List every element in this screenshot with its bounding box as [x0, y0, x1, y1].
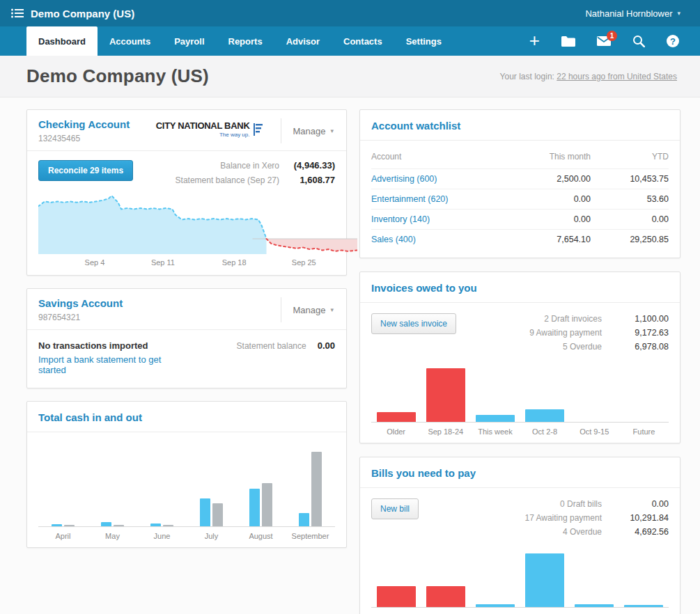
invoices-chart: OlderSep 18-24This weekOct 2-8Oct 9-15Fu… — [371, 367, 669, 436]
bills-chart: OlderSep 18-24This weekOct 2-8Oct 9-15Fu… — [371, 552, 669, 614]
bar-this week — [476, 415, 515, 422]
plus-icon: + — [529, 31, 540, 49]
stat-label[interactable]: 9 Awaiting payment — [529, 327, 602, 339]
watchlist-account-link[interactable]: Entertainment (620) — [371, 194, 513, 204]
stat-label[interactable]: 4 Overdue — [563, 526, 602, 538]
search-button[interactable] — [632, 35, 645, 47]
bar-in-june — [150, 524, 161, 526]
chevron-down-icon: ▾ — [330, 306, 334, 313]
bar-older — [377, 412, 416, 422]
notifications-button[interactable]: 1 — [597, 36, 611, 46]
bar-older — [377, 586, 416, 607]
checking-manage-button[interactable]: Manage ▾ — [281, 118, 335, 143]
column-header-this-month: This month — [513, 152, 591, 162]
watchlist-ytd-value: 10,453.75 — [591, 174, 669, 184]
stat-label[interactable]: 0 Draft bills — [560, 498, 602, 510]
watchlist-row: Advertising (600)2,500.0010,453.75 — [371, 168, 669, 189]
notification-badge: 1 — [607, 31, 617, 41]
checking-balances: Balance in Xero (4,946.33) Statement bal… — [176, 160, 335, 186]
bar-in-august — [249, 489, 260, 526]
checking-account-number: 132435465 — [38, 134, 130, 143]
bar-group — [38, 450, 88, 526]
stat-value: 6,978.08 — [612, 341, 669, 353]
axis-label: September — [286, 527, 335, 540]
new-bill-button[interactable]: New bill — [371, 498, 419, 519]
tab-dashboard[interactable]: Dashboard — [26, 26, 98, 56]
tab-contacts[interactable]: Contacts — [332, 26, 394, 56]
savings-account-link[interactable]: Savings Account — [38, 297, 123, 309]
savings-manage-button[interactable]: Manage ▾ — [281, 297, 335, 322]
watchlist-header: Account This month YTD — [371, 143, 669, 168]
tab-accounts[interactable]: Accounts — [98, 26, 162, 56]
stat-row: 2 Draft invoices1,100.00 — [529, 313, 669, 325]
bar-out-august — [262, 483, 272, 526]
stat-label[interactable]: 17 Awaiting payment — [524, 512, 602, 524]
reconcile-button[interactable]: Reconcile 29 items — [38, 160, 133, 181]
files-button[interactable] — [561, 36, 575, 47]
savings-statement-value: 0.00 — [318, 340, 335, 351]
axis-label: Future — [619, 608, 669, 614]
axis-label: Oct 2-8 — [520, 608, 570, 614]
stat-label[interactable]: 2 Draft invoices — [544, 313, 602, 325]
menu-icon[interactable] — [11, 8, 24, 18]
watchlist-account-link[interactable]: Inventory (140) — [371, 214, 513, 224]
watchlist-this-month-value: 0.00 — [513, 214, 591, 224]
user-name: Nathanial Hornblower — [585, 8, 672, 19]
column-header-ytd: YTD — [591, 152, 669, 162]
bar-out-september — [311, 452, 322, 526]
help-icon: ? — [667, 35, 679, 47]
bar-future — [624, 605, 663, 607]
bar-group — [187, 450, 236, 526]
import-statement-link[interactable]: Import a bank statement to get started — [38, 354, 174, 375]
top-bar: Demo Company (US) Nathanial Hornblower ▾ — [0, 0, 700, 26]
balance-in-xero-value: (4,946.33) — [279, 160, 335, 171]
axis-label: Sep 18-24 — [421, 423, 470, 436]
stat-row: 9 Awaiting payment9,172.63 — [529, 327, 669, 339]
stat-value: 10,291.84 — [612, 512, 669, 524]
chevron-down-icon: ▾ — [330, 127, 334, 134]
bar-group — [520, 367, 570, 422]
checking-chart-axis: Sep 4Sep 11Sep 18Sep 25 — [38, 255, 335, 271]
bar-in-september — [299, 513, 309, 526]
watchlist-row: Entertainment (620)0.0053.60 — [371, 189, 669, 209]
folder-icon — [561, 36, 575, 47]
watchlist-account-link[interactable]: Sales (400) — [371, 235, 513, 244]
bar-group — [470, 552, 520, 607]
axis-label: July — [187, 527, 236, 540]
bills-stats: 0 Draft bills0.0017 Awaiting payment10,2… — [524, 498, 669, 538]
new-sales-invoice-button[interactable]: New sales invoice — [371, 313, 456, 334]
last-login-label: Your last login: — [500, 72, 554, 81]
invoices-stats: 2 Draft invoices1,100.009 Awaiting payme… — [529, 313, 669, 353]
balance-in-xero-label: Balance in Xero — [176, 160, 279, 171]
bar-group — [88, 450, 137, 526]
tab-advisor[interactable]: Advisor — [274, 26, 332, 56]
watchlist-account-link[interactable]: Advertising (600) — [371, 174, 513, 184]
statement-balance-label: Statement balance (Sep 27) — [176, 175, 279, 186]
company-name[interactable]: Demo Company (US) — [31, 8, 134, 19]
tab-payroll[interactable]: Payroll — [162, 26, 216, 56]
watchlist-title: Account watchlist — [371, 120, 460, 132]
tab-settings[interactable]: Settings — [394, 26, 453, 56]
total-cash-card: Total cash in and out AprilMayJuneJulyAu… — [26, 401, 347, 548]
watchlist-ytd-value: 29,250.85 — [591, 235, 669, 244]
stat-label[interactable]: 5 Overdue — [563, 341, 602, 353]
user-menu[interactable]: Nathanial Hornblower ▾ — [585, 8, 680, 19]
bar-group — [421, 552, 470, 607]
checking-account-link[interactable]: Checking Account — [38, 118, 130, 130]
tab-reports[interactable]: Reports — [217, 26, 274, 56]
add-new-button[interactable]: + — [529, 33, 540, 49]
search-icon — [632, 35, 645, 47]
savings-account-number: 987654321 — [38, 313, 123, 322]
help-button[interactable]: ? — [667, 35, 679, 47]
stat-value: 1,100.00 — [612, 313, 669, 325]
stat-row: 5 Overdue6,978.08 — [529, 341, 669, 353]
last-login-link[interactable]: 22 hours ago from United States — [557, 72, 677, 81]
watchlist-row: Sales (400)7,654.1029,250.85 — [371, 229, 669, 249]
bar-group — [236, 450, 286, 526]
bank-logo: CITY NATIONAL BANK The way up. — [156, 120, 263, 138]
main-nav: DashboardAccountsPayrollReportsAdvisorCo… — [0, 26, 700, 56]
bar-group — [371, 367, 421, 422]
checking-account-card: Checking Account 132435465 CITY NATIONAL… — [26, 109, 347, 276]
bar-sep 18-24 — [426, 586, 465, 607]
axis-label: Future — [619, 423, 669, 436]
